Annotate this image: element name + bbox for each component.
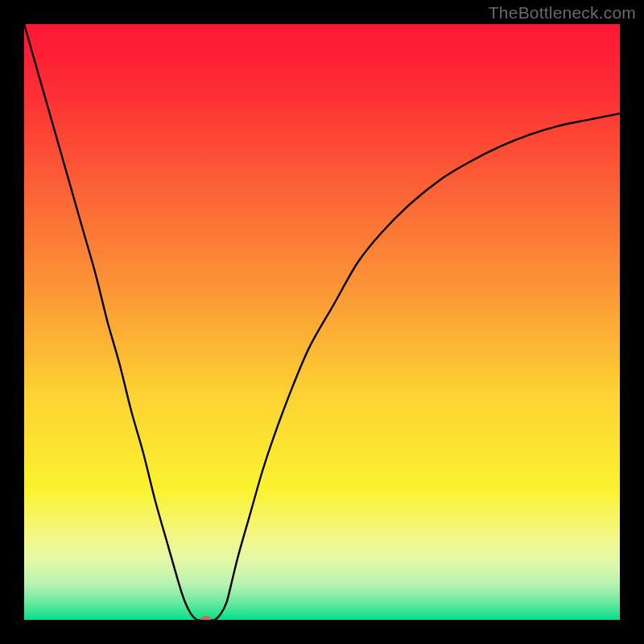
bottleneck-chart — [24, 24, 620, 620]
gradient-background — [24, 24, 620, 620]
watermark-text: TheBottleneck.com — [489, 3, 636, 23]
chart-frame — [24, 24, 620, 620]
